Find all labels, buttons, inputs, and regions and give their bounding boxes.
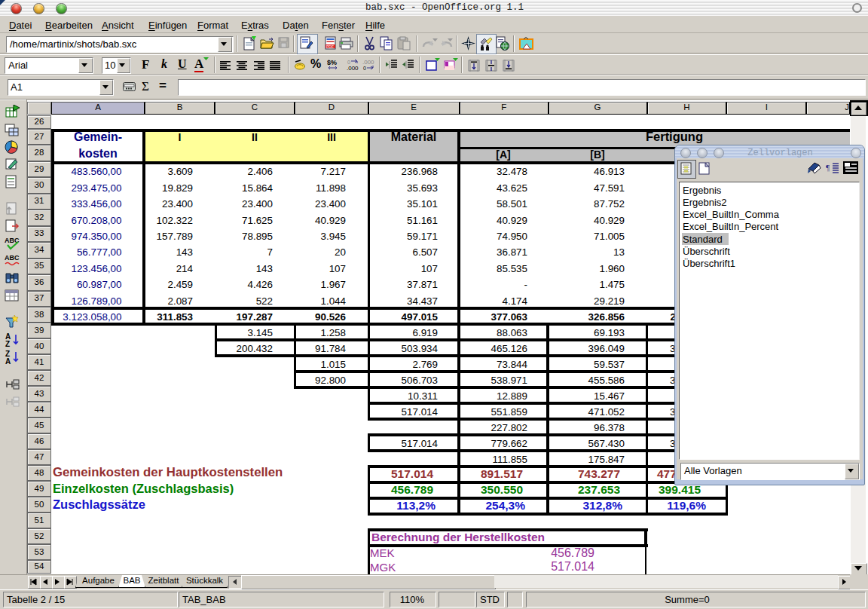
svg-text:ABC: ABC — [5, 254, 20, 262]
svg-text:0: 0 — [363, 66, 366, 71]
svg-text:.000: .000 — [362, 59, 374, 66]
svg-text:¶: ¶ — [826, 163, 830, 172]
svg-text:Z: Z — [5, 340, 10, 347]
svg-text:PDF: PDF — [326, 44, 334, 49]
svg-text:A: A — [5, 357, 11, 365]
svg-text:$%: $% — [327, 59, 337, 66]
svg-text:0: 0 — [347, 60, 350, 65]
svg-text:.000: .000 — [347, 65, 359, 71]
